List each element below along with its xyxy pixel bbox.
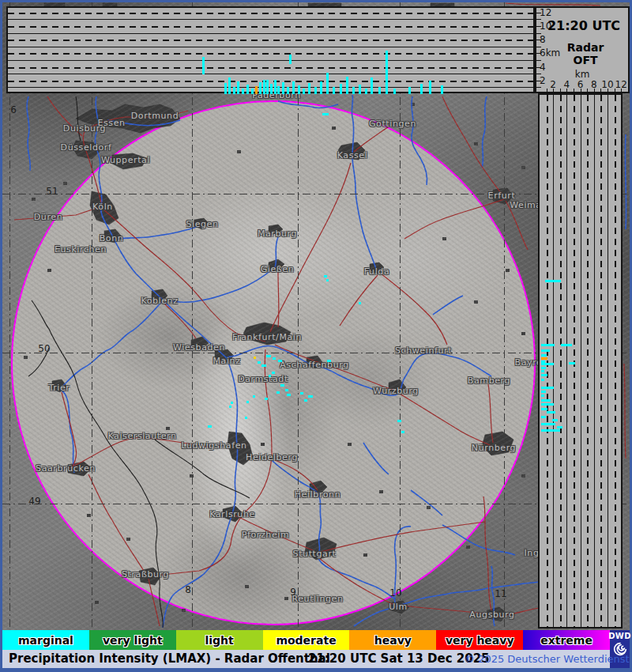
height-gridline [8,67,533,69]
axis-tick [536,81,541,81]
city-label: Siegen [186,219,218,229]
grid-coordinate-label: 10 [389,587,401,598]
height-axis-label: 10 [540,21,551,32]
grid-coordinate-label: 11 [495,588,506,599]
city-label: Marburg [258,228,297,239]
longitude-gridline [400,2,401,630]
echo-bar [274,80,276,94]
city-label: Frankfurt/Main [232,332,302,342]
echo-bar [378,87,381,94]
axis-tick [628,89,629,93]
echo-bar [255,86,258,94]
echo-bar [308,83,310,94]
longitude-gridline [9,2,10,630]
echo-bar [326,73,329,94]
echo-bar [346,77,348,94]
precip-echo-speck [327,360,331,362]
echo-bar [237,81,239,94]
echo-bar [292,81,295,94]
map-features-layer: {"": ""} [2,2,630,630]
city-label: Darmstadt [238,374,288,384]
precip-echo-speck [273,357,276,360]
height-gridline [600,95,602,627]
precip-echo-speck [300,392,303,395]
height-gridline [8,74,533,74]
legend-label: light [205,634,234,647]
precip-echo-speck [280,384,284,387]
echo-bar [314,87,317,94]
grid-coordinate-label: 9 [290,587,296,598]
legend-segment: very light [89,630,176,650]
cross-section-panel-top [6,6,535,93]
precip-echo-speck [326,279,329,281]
radar-product-viewer: {"": ""} [0,0,632,672]
echo-bar [266,80,269,94]
height-gridline [587,95,589,627]
axis-tick [536,33,541,34]
grid-coordinate-label: 50 [38,343,50,354]
echo-bar [541,370,544,372]
echo-bar [541,403,554,406]
precip-echo-speck [229,406,231,408]
radar-name-line1: Radar [567,41,604,54]
height-gridline [8,19,533,20]
echo-bar [541,387,554,389]
height-gridline [8,60,533,61]
status-bar: Precipitation Intensity (LMAX) - Radar O… [2,650,610,668]
legend-segment: extreme [523,630,610,650]
precip-echo-speck [269,375,271,377]
grid-coordinate-label: 8 [185,584,191,595]
height-gridline [8,40,533,41]
height-gridline [8,81,533,82]
echo-bar [561,344,572,346]
precip-echo-speck [278,360,282,362]
city-label: Nürnberg [472,443,516,453]
timestamp: 21:20 UTC Sat 13 Dec 2025 [308,650,490,668]
echo-bar [541,429,560,432]
city-label: Schweinfurt [395,345,452,356]
longitude-gridline [192,2,193,630]
echo-bar [541,363,554,365]
city-label: Gießen [261,264,295,274]
city-label: Wiesbaden [173,342,225,353]
echo-bar [242,89,244,94]
axis-tick [536,13,541,13]
city-label: Aschaffenburg [280,360,349,370]
echo-bar [386,51,388,94]
height-gridline [608,95,608,627]
height-gridline [560,95,562,627]
echo-bar [202,57,205,74]
height-gridline [8,53,533,55]
city-label: Würzburg [373,386,419,396]
time-label: 21:20 UTC [547,18,620,33]
echo-bar [408,87,411,94]
city-label: Kaiserslautern [107,431,176,441]
precip-echo-speck [324,275,327,277]
precip-echo-speck [287,394,291,396]
echo-bar [282,82,284,94]
city-label: Euskirchen [55,244,107,255]
echo-bar [287,87,289,94]
echo-bar [541,408,547,410]
echo-bar [371,77,373,94]
legend-label: marginal [18,634,73,647]
cross-section-panel-right [538,93,623,629]
precip-echo-speck [401,431,404,433]
precip-echo-speck [258,361,261,364]
city-label: Duisburg [63,123,106,134]
precip-echo-speck [272,372,275,374]
echo-bar [541,367,546,369]
height-gridline [566,95,567,627]
echo-bar [320,81,322,94]
city-label: Pforzheim [242,530,289,540]
height-gridline [553,95,554,627]
copyright: © 2025 Deutscher Wetterdienst [465,650,630,668]
echo-bar [441,85,443,94]
grid-coordinate-label: 6 [10,104,17,115]
city-label: Düsseldorf [61,142,112,153]
axis-tick [536,60,541,61]
city-label: Heidelberg [246,452,298,462]
legend-label: very light [103,634,163,647]
height-gridline [574,95,575,627]
city-label: Mainz [213,356,240,366]
